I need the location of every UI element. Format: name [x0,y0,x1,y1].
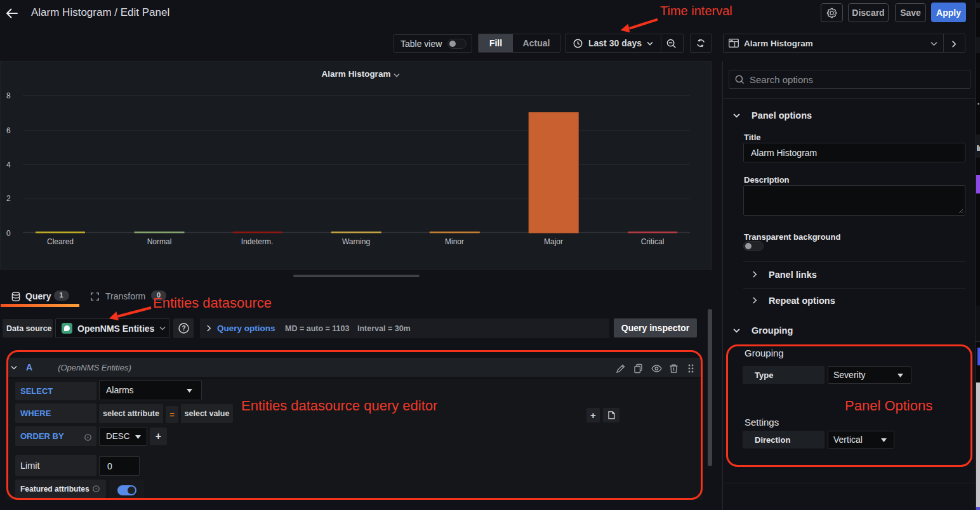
svg-text:6: 6 [6,126,11,135]
svg-text:Cleared: Cleared [47,237,74,246]
svg-text:Indeterm.: Indeterm. [241,237,274,246]
svg-text:Warning: Warning [342,237,370,246]
svg-text:8: 8 [6,91,11,100]
svg-text:Normal: Normal [147,237,172,246]
svg-text:Major: Major [544,237,563,246]
svg-text:4: 4 [6,160,11,169]
svg-text:2: 2 [6,194,11,203]
svg-text:Minor: Minor [445,237,464,246]
svg-text:0: 0 [6,229,11,238]
svg-text:?: ? [182,325,185,332]
svg-text:Critical: Critical [641,237,665,246]
